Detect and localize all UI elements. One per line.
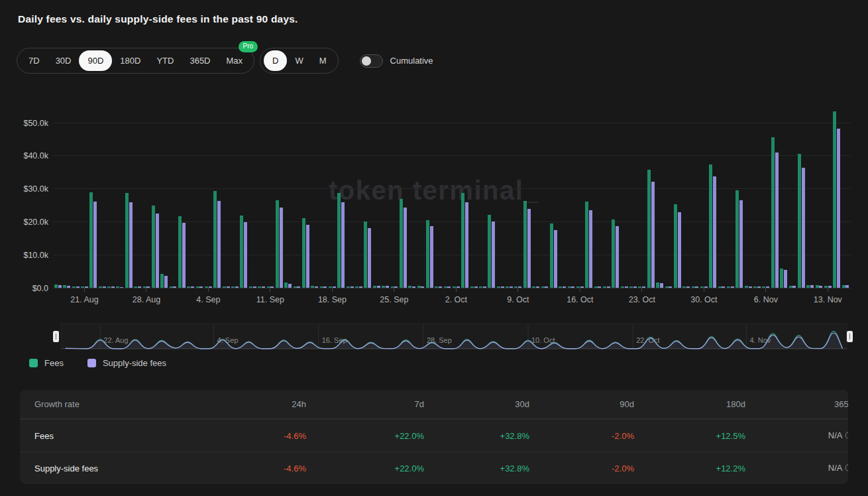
granularity-button-w[interactable]: W [287, 52, 311, 70]
growth-value: +32.8% [500, 431, 529, 441]
legend-item-supply-side-fees[interactable]: Supply-side fees [87, 358, 166, 368]
svg-text:9. Oct: 9. Oct [507, 295, 529, 304]
svg-text:18. Sep: 18. Sep [318, 295, 347, 304]
range-button-180d[interactable]: 180D [112, 52, 148, 70]
range-button-365d[interactable]: 365D [182, 52, 218, 70]
growth-cell-supply-side-fees-90d: -2.0% [529, 464, 634, 473]
growth-value: +12.5% [716, 431, 745, 441]
range-button-ytd[interactable]: YTD [148, 52, 182, 70]
svg-text:$40.0k: $40.0k [23, 151, 48, 160]
legend-swatch-supply-side-fees [87, 359, 96, 367]
bar-chart-svg: $0.0$10.0k$20.0k$30.0k$40.0k$50.0k21. Au… [0, 93, 868, 312]
svg-text:4. Sep: 4. Sep [196, 295, 220, 304]
column-header-365d: 365d [745, 399, 848, 409]
row-label: Supply-side fees [34, 464, 193, 473]
svg-text:25. Sep: 25. Sep [380, 295, 408, 304]
growth-value: N/A [828, 430, 843, 440]
range-button-max[interactable]: Max [219, 52, 251, 70]
growth-value: +12.2% [716, 464, 745, 473]
table-row-supply-side-fees: Supply-side fees-4.6%+22.0%+32.8%-2.0%+1… [20, 452, 848, 484]
column-header-7d: 7d [306, 399, 424, 409]
svg-text:$10.0k: $10.0k [23, 251, 48, 260]
growth-value: -2.0% [612, 464, 634, 473]
range-button-90d[interactable]: 90D [79, 50, 112, 71]
range-button-30d[interactable]: 30D [48, 52, 80, 70]
svg-text:30. Oct: 30. Oct [690, 295, 718, 304]
cumulative-toggle-wrap: Cumulative [360, 54, 433, 68]
legend-swatch-fees [29, 359, 38, 367]
column-header-30d: 30d [424, 399, 529, 409]
column-header-90d: 90d [529, 399, 634, 409]
column-header-24h: 24h [193, 399, 306, 409]
info-icon[interactable]: ⓘ [845, 431, 849, 440]
svg-text:$20.0k: $20.0k [23, 217, 48, 227]
table-header-row: Growth rate24h7d30d90d180d365d [20, 390, 848, 419]
growth-value: -2.0% [612, 431, 634, 441]
cumulative-toggle[interactable] [360, 54, 383, 68]
legend: FeesSupply-side fees [29, 358, 166, 368]
main-chart[interactable]: token terminal_ $0.0$10.0k$20.0k$30.0k$4… [0, 93, 868, 312]
range-navigator[interactable]: 22. Aug4. Sep16. Sep28. Sep10. Oct22. Oc… [0, 322, 868, 353]
svg-text:2. Oct: 2. Oct [445, 295, 468, 304]
navigator-left-handle[interactable] [53, 331, 59, 342]
table-row-fees: Fees-4.6%+22.0%+32.8%-2.0%+12.5%N/Aⓘ [20, 419, 848, 452]
growth-cell-supply-side-fees-7d: +22.0% [306, 464, 424, 473]
growth-cell-fees-24h: -4.6% [193, 431, 306, 441]
growth-value: +22.0% [395, 431, 424, 441]
svg-text:13. Nov: 13. Nov [814, 295, 843, 304]
navigator-right-handle[interactable] [847, 331, 853, 342]
row-label: Fees [34, 431, 193, 441]
pro-badge: Pro [239, 41, 258, 52]
controls-row: Pro 7D30D90D180DYTD365DMax DWM Cumulativ… [17, 48, 433, 74]
range-selector: Pro 7D30D90D180DYTD365DMax [17, 48, 254, 74]
growth-cell-supply-side-fees-365d: N/Aⓘ [745, 463, 848, 474]
growth-cell-fees-180d: +12.5% [634, 431, 745, 441]
growth-cell-fees-90d: -2.0% [529, 431, 634, 441]
navigator-svg: 22. Aug4. Sep16. Sep28. Sep10. Oct22. Oc… [0, 322, 868, 353]
svg-text:6. Nov: 6. Nov [754, 295, 779, 304]
growth-value: -4.6% [284, 464, 306, 473]
granularity-button-m[interactable]: M [311, 52, 335, 70]
svg-text:16. Oct: 16. Oct [567, 295, 594, 304]
svg-text:22. Aug: 22. Aug [103, 336, 128, 344]
cumulative-label: Cumulative [390, 56, 433, 66]
legend-item-fees[interactable]: Fees [29, 358, 64, 368]
growth-cell-supply-side-fees-30d: +32.8% [424, 464, 529, 473]
growth-cell-supply-side-fees-24h: -4.6% [193, 464, 306, 473]
range-button-7d[interactable]: 7D [21, 52, 48, 70]
growth-cell-supply-side-fees-180d: +12.2% [634, 464, 745, 473]
svg-text:21. Aug: 21. Aug [70, 295, 98, 304]
legend-label: Supply-side fees [103, 358, 166, 368]
svg-text:28. Aug: 28. Aug [133, 295, 160, 304]
growth-cell-fees-365d: N/Aⓘ [745, 430, 848, 442]
svg-text:11. Sep: 11. Sep [256, 295, 284, 304]
growth-value: +22.0% [395, 464, 424, 473]
growth-value: N/A [828, 463, 843, 473]
column-header-180d: 180d [634, 399, 745, 409]
growth-value: +32.8% [500, 464, 529, 473]
growth-cell-fees-7d: +22.0% [306, 431, 424, 441]
growth-table: Growth rate24h7d30d90d180d365dFees-4.6%+… [20, 390, 848, 484]
svg-text:23. Oct: 23. Oct [629, 295, 656, 304]
svg-text:$50.0k: $50.0k [23, 119, 48, 128]
svg-text:$30.0k: $30.0k [23, 184, 48, 194]
cumulative-toggle-knob [362, 56, 371, 66]
fees-chart-page: Daily fees vs. daily supply-side fees in… [0, 0, 868, 496]
growth-value: -4.6% [284, 431, 306, 441]
granularity-selector: DWM [260, 48, 339, 74]
info-icon[interactable]: ⓘ [845, 464, 849, 473]
growth-cell-fees-30d: +32.8% [424, 431, 529, 441]
granularity-button-d[interactable]: D [264, 50, 287, 71]
page-title: Daily fees vs. daily supply-side fees in… [18, 13, 298, 25]
svg-text:$0.0: $0.0 [32, 284, 48, 293]
legend-label: Fees [44, 358, 64, 368]
growth-rate-header: Growth rate [34, 399, 193, 409]
